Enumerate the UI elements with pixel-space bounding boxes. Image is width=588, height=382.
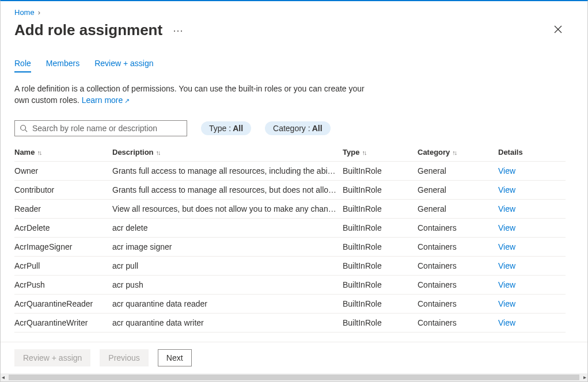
view-link[interactable]: View xyxy=(498,166,515,175)
cell-name: AcrImageSigner xyxy=(14,237,112,256)
svg-point-2 xyxy=(21,125,26,130)
horizontal-scrollbar[interactable]: ◂ ▸ xyxy=(1,373,587,381)
table-header-row: Name↑↓ Description↑↓ Type↑↓ Category↑↓ D… xyxy=(14,143,566,162)
cell-category: Containers xyxy=(418,313,498,332)
tabs: Role Members Review + assign xyxy=(14,59,566,72)
external-link-icon: ↗ xyxy=(124,97,130,104)
sort-icon: ↑↓ xyxy=(452,149,456,156)
main-scroll-area[interactable]: Home › Add role assignment ⋯ Role Member… xyxy=(1,1,587,342)
cell-name: AcrQuarantineReader xyxy=(14,294,112,313)
col-header-category[interactable]: Category↑↓ xyxy=(418,143,498,162)
cell-description: acr pull xyxy=(112,256,343,275)
cell-name: Reader xyxy=(14,199,112,218)
description-text: A role definition is a collection of per… xyxy=(14,84,365,105)
cell-category: General xyxy=(418,180,498,199)
sort-icon: ↑↓ xyxy=(362,149,366,156)
filter-type-value: All xyxy=(233,124,243,133)
cell-category: General xyxy=(418,161,498,180)
table-row[interactable]: ReaderView all resources, but does not a… xyxy=(14,199,566,218)
cell-category: Containers xyxy=(418,237,498,256)
view-link[interactable]: View xyxy=(498,204,515,213)
cell-description: Grants full access to manage all resourc… xyxy=(112,180,343,199)
more-actions-button[interactable]: ⋯ xyxy=(170,24,185,37)
cell-description: Grants full access to manage all resourc… xyxy=(112,161,343,180)
cell-name: AcrPull xyxy=(14,256,112,275)
col-header-name-label: Name xyxy=(14,148,35,156)
cell-type: BuiltInRole xyxy=(343,256,418,275)
scrollbar-thumb[interactable] xyxy=(9,375,579,380)
tab-review[interactable]: Review + assign xyxy=(94,59,153,72)
cell-type: BuiltInRole xyxy=(343,294,418,313)
filter-type-label: Type : xyxy=(209,124,231,133)
tab-members[interactable]: Members xyxy=(46,59,79,72)
view-link[interactable]: View xyxy=(498,261,515,270)
table-row[interactable]: AcrPullacr pullBuiltInRoleContainersView xyxy=(14,256,566,275)
cell-category: General xyxy=(418,199,498,218)
cell-type: BuiltInRole xyxy=(343,275,418,294)
view-link[interactable]: View xyxy=(498,280,515,289)
cell-description: acr push xyxy=(112,275,343,294)
col-header-type[interactable]: Type↑↓ xyxy=(343,143,418,162)
search-field[interactable] xyxy=(14,120,187,136)
filter-type-pill[interactable]: Type : All xyxy=(201,121,251,135)
page-description: A role definition is a collection of per… xyxy=(14,83,377,106)
cell-name: AcrQuarantineWriter xyxy=(14,313,112,332)
roles-table: Name↑↓ Description↑↓ Type↑↓ Category↑↓ D… xyxy=(14,143,566,333)
view-link[interactable]: View xyxy=(498,318,515,327)
table-row[interactable]: AcrQuarantineReaderacr quarantine data r… xyxy=(14,294,566,313)
view-link[interactable]: View xyxy=(498,185,515,194)
learn-more-label: Learn more xyxy=(82,96,123,105)
cell-type: BuiltInRole xyxy=(343,313,418,332)
breadcrumb-home[interactable]: Home xyxy=(14,8,35,17)
scroll-right-icon: ▸ xyxy=(583,374,586,380)
cell-type: BuiltInRole xyxy=(343,199,418,218)
cell-category: Containers xyxy=(418,275,498,294)
tab-role[interactable]: Role xyxy=(14,59,31,72)
svg-line-3 xyxy=(25,129,28,132)
cell-type: BuiltInRole xyxy=(343,180,418,199)
cell-name: Owner xyxy=(14,161,112,180)
review-assign-button: Review + assign xyxy=(14,349,90,366)
table-row[interactable]: OwnerGrants full access to manage all re… xyxy=(14,161,566,180)
next-button[interactable]: Next xyxy=(158,349,192,366)
table-row[interactable]: AcrImageSigneracr image signerBuiltInRol… xyxy=(14,237,566,256)
sort-icon: ↑↓ xyxy=(37,149,41,156)
cell-type: BuiltInRole xyxy=(343,237,418,256)
table-row[interactable]: AcrQuarantineWriteracr quarantine data w… xyxy=(14,313,566,332)
filter-category-label: Category : xyxy=(273,124,310,133)
cell-name: AcrPush xyxy=(14,275,112,294)
cell-type: BuiltInRole xyxy=(343,218,418,237)
cell-description: View all resources, but does not allow y… xyxy=(112,199,343,218)
table-row[interactable]: ContributorGrants full access to manage … xyxy=(14,180,566,199)
cell-description: acr delete xyxy=(112,218,343,237)
table-row[interactable]: AcrDeleteacr deleteBuiltInRoleContainers… xyxy=(14,218,566,237)
search-icon xyxy=(20,124,28,132)
previous-button: Previous xyxy=(100,349,148,366)
footer-bar: Review + assign Previous Next xyxy=(1,342,587,373)
filter-category-pill[interactable]: Category : All xyxy=(265,121,330,135)
view-link[interactable]: View xyxy=(498,299,515,308)
filter-row: Type : All Category : All xyxy=(14,120,566,136)
col-header-details: Details xyxy=(498,143,566,162)
cell-description: acr quarantine data reader xyxy=(112,294,343,313)
view-link[interactable]: View xyxy=(498,223,515,232)
cell-description: acr quarantine data writer xyxy=(112,313,343,332)
close-button[interactable] xyxy=(551,22,566,39)
col-header-details-label: Details xyxy=(498,148,523,156)
col-header-name[interactable]: Name↑↓ xyxy=(14,143,112,162)
view-link[interactable]: View xyxy=(498,242,515,251)
learn-more-link[interactable]: Learn more↗ xyxy=(82,96,130,105)
col-header-description[interactable]: Description↑↓ xyxy=(112,143,343,162)
sort-icon: ↑↓ xyxy=(156,149,160,156)
cell-name: AcrDelete xyxy=(14,218,112,237)
close-icon xyxy=(554,25,562,33)
col-header-description-label: Description xyxy=(112,148,154,156)
page-title: Add role assignment xyxy=(14,21,162,39)
table-row[interactable]: AcrPushacr pushBuiltInRoleContainersView xyxy=(14,275,566,294)
search-input[interactable] xyxy=(31,123,182,133)
cell-category: Containers xyxy=(418,256,498,275)
col-header-category-label: Category xyxy=(418,148,450,156)
col-header-type-label: Type xyxy=(343,148,359,156)
app-window: Home › Add role assignment ⋯ Role Member… xyxy=(0,0,588,382)
cell-description: acr image signer xyxy=(112,237,343,256)
